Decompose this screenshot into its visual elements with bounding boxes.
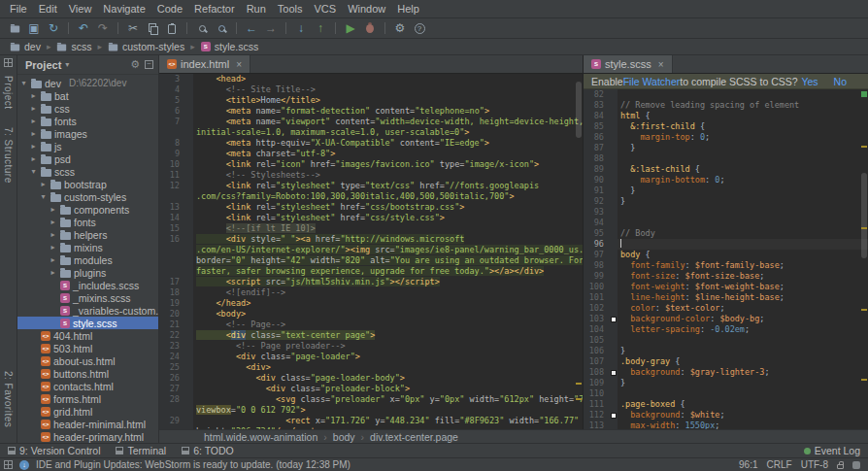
banner-yes-link[interactable]: Yes [801,76,818,87]
run-icon[interactable]: ▶ [342,20,359,37]
close-tab-icon[interactable]: × [236,59,242,70]
caret-position-widget[interactable]: 96:1 [739,459,757,470]
tree-item-images[interactable]: ▸images [17,127,158,140]
update-notification-icon[interactable] [19,460,29,470]
warning-stripe-mark[interactable] [861,379,867,381]
tree-item-dev[interactable]: ▾devD:\62202\dev [17,77,158,89]
menu-run[interactable]: Run [241,2,272,16]
encoding-widget[interactable]: UTF-8 [801,459,828,470]
tree-item-bootstrap[interactable]: ▸bootstrap [17,178,158,190]
lock-icon[interactable] [837,464,844,469]
settings-icon[interactable]: ⚙ [391,20,409,37]
banner-no-link[interactable]: No [834,76,847,87]
navbar-item-custom-styles[interactable]: custom-styles [106,41,186,52]
tree-item--includes-scss[interactable]: S_includes.scss [17,279,158,291]
file-watcher-link[interactable]: File Watcher [623,76,681,87]
breadcrumb-div-text-center-page[interactable]: div.text-center.page [370,431,458,443]
tree-item-fonts[interactable]: ▸fonts [17,216,158,228]
menu-help[interactable]: Help [391,2,425,16]
tree-item-style-scss[interactable]: Sstyle.scss [17,317,158,329]
status-message[interactable]: IDE and Plugin Updates: WebStorm is read… [36,459,351,470]
tree-item-bat[interactable]: ▸bat [17,89,158,102]
tree-item-mixins[interactable]: ▸mixins [17,241,158,253]
scrollbar-thumb[interactable] [576,82,582,138]
navbar-item-dev[interactable]: dev [8,41,43,52]
navbar-item-scss[interactable]: scss [54,41,93,52]
tree-item-css[interactable]: ▸css [17,102,158,115]
copy-icon[interactable] [144,20,161,37]
tree-item-header-primary-html[interactable]: <>header-primary.html [17,430,158,443]
forward-icon[interactable]: → [262,20,280,37]
tree-item-forms-html[interactable]: <>forms.html [17,392,158,405]
collapse-all-icon[interactable]: − [145,60,153,69]
warning-stripe-mark[interactable] [861,146,867,148]
find-icon[interactable] [193,20,211,37]
tree-item-custom-styles[interactable]: ▾custom-styles [17,190,158,203]
tree-item-503-html[interactable]: <>503.html [17,342,158,354]
code-editor-index-html[interactable]: 3 <head>4 <!-- Site Title-->5 <title>Hom… [159,74,583,429]
commit-icon[interactable]: ↑ [312,20,329,37]
tree-item-contacts-html[interactable]: <>contacts.html [17,380,158,392]
tool-button-event-log[interactable]: Event Log [804,445,860,456]
line-separator-widget[interactable]: CRLF [767,459,792,470]
stripe-project[interactable]: Project [3,76,14,110]
menu-file[interactable]: File [4,2,33,16]
chevron-down-icon[interactable]: ▾ [65,60,69,69]
open-icon[interactable] [6,20,23,37]
close-tab-icon[interactable]: × [658,59,664,70]
warning-stripe-mark[interactable] [861,309,867,311]
tree-item-grid-html[interactable]: <>grid.html [17,405,158,418]
replace-icon[interactable] [213,20,230,37]
stripe-structure[interactable]: 7: Structure [3,127,14,184]
tree-item-fonts[interactable]: ▸fonts [17,115,158,127]
tree-item-header-minimal-html[interactable]: <>header-minimal.html [17,418,158,430]
menu-view[interactable]: View [63,2,98,16]
tree-item-about-us-html[interactable]: <>about-us.html [17,354,158,367]
redo-icon[interactable]: ↷ [94,20,112,37]
scrollbar[interactable] [575,74,583,429]
gear-icon[interactable]: ⚙ [130,58,140,71]
warning-stripe-mark[interactable] [576,383,582,385]
save-all-icon[interactable]: ▣ [25,20,43,37]
tree-item-psd[interactable]: ▸psd [17,152,158,165]
menu-navigate[interactable]: Navigate [97,2,150,16]
tool-button-todo[interactable]: 6: TODO [182,445,234,456]
tree-item-buttons-html[interactable]: <>buttons.html [17,367,158,380]
breadcrumb-body[interactable]: body [333,431,355,443]
tree-item-js[interactable]: ▸js [17,140,158,152]
menu-edit[interactable]: Edit [33,2,63,16]
scrollbar-thumb[interactable] [861,173,867,258]
tool-windows-grid-icon[interactable] [4,58,13,67]
stripe-favorites[interactable]: 2: Favorites [3,371,14,427]
inspection-status-icon[interactable] [861,91,867,97]
menu-code[interactable]: Code [151,2,188,16]
debug-icon[interactable] [361,20,379,37]
tree-item-components[interactable]: ▸components [17,203,158,216]
code-editor-style-scss[interactable]: 8283// Remove leading spacing of element… [584,89,868,429]
editor-tab-style-scss[interactable]: S style.scss × [584,55,673,73]
warning-stripe-mark[interactable] [576,398,582,400]
menu-window[interactable]: Window [342,2,391,16]
update-project-icon[interactable]: ↓ [292,20,310,37]
menu-vcs[interactable]: VCS [309,2,343,16]
hector-inspector-icon[interactable] [852,461,860,469]
tree-item-modules[interactable]: ▸modules [17,253,158,266]
help-icon[interactable]: ? [411,20,428,37]
tool-windows-grid-icon[interactable] [4,460,13,469]
tree-item-scss[interactable]: ▾scss [17,165,158,178]
warning-stripe-mark[interactable] [861,227,867,229]
tool-button-terminal[interactable]: Terminal [116,445,166,456]
scrollbar[interactable] [860,89,868,429]
tool-button-version-control[interactable]: 9: Version Control [8,445,100,456]
undo-icon[interactable]: ↶ [75,20,92,37]
navbar-item-style-scss[interactable]: Sstyle.scss [199,41,261,52]
menu-tools[interactable]: Tools [272,2,309,16]
tree-item-plugins[interactable]: ▸plugins [17,266,158,279]
menu-refactor[interactable]: Refactor [188,2,241,16]
project-panel-title[interactable]: Project [25,59,61,71]
breadcrumb-html-wide-wow-animation[interactable]: html.wide.wow-animation [204,431,317,443]
tree-item-helpers[interactable]: ▸helpers [17,228,158,241]
editor-tab-index-html[interactable]: <> index.html × [159,55,250,73]
synchronize-icon[interactable]: ↻ [45,20,62,37]
cut-icon[interactable]: ✂ [124,20,142,37]
